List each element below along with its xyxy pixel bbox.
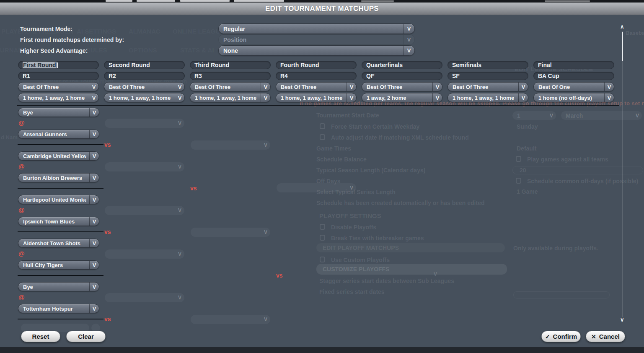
top-text-fragment <box>361 0 394 2</box>
round-name-input[interactable]: Semifinals <box>447 61 528 69</box>
chevron-down-icon: V <box>518 93 528 102</box>
round-name-input[interactable]: Final <box>533 61 614 69</box>
bg-common-off-days-label: Schedule common off-days (if possible) <box>527 178 638 184</box>
round-name-input[interactable]: Third Round <box>190 61 271 69</box>
clear-button[interactable]: Clear <box>66 331 106 342</box>
round-abbr-input[interactable]: SF <box>447 72 528 80</box>
confirm-button[interactable]: ✓Confirm <box>541 331 581 342</box>
scrollbar-thumb[interactable] <box>622 32 623 61</box>
round-games-select[interactable]: 1 away, 2 homeV <box>362 93 442 102</box>
team-select-away[interactable]: Aldershot Town ShotsV <box>18 239 99 248</box>
round-abbr-input[interactable]: BA Cup <box>533 72 614 80</box>
chevron-down-icon: V <box>432 93 442 102</box>
round-series-select[interactable]: Best Of ThreeV <box>447 82 528 91</box>
team-select-home[interactable]: Ipswich Town BluesV <box>18 217 99 226</box>
round-abbr-input[interactable]: R3 <box>190 72 271 80</box>
chevron-down-icon: V <box>89 217 99 226</box>
team-select-away[interactable]: ByeV <box>18 282 99 291</box>
chevron-down-icon: V <box>403 24 414 34</box>
first-round-matchups-label: First round matchups determined by: <box>20 36 124 43</box>
chevron-down-icon: V <box>403 46 414 55</box>
chevron-down-icon: V <box>636 111 639 120</box>
matchup-divider <box>18 231 103 232</box>
bg-game-times-value: Default <box>517 145 536 152</box>
team-select-away[interactable]: Hartlepool United MonkeyV <box>18 195 99 204</box>
top-text-fragment <box>545 0 590 2</box>
chevron-down-icon: V <box>261 83 270 91</box>
bg-tab-options: OPTIONS <box>129 47 157 54</box>
team-select-home[interactable]: Tottenham HotspurV <box>18 304 99 313</box>
chevron-down-icon: V <box>89 83 98 91</box>
bg-baseball-fragment: Baseba <box>626 30 644 36</box>
section-divider <box>17 105 619 106</box>
chevron-down-icon: V <box>175 83 184 91</box>
round-series-select[interactable]: Best Of ThreeV <box>104 82 185 91</box>
team-select-away[interactable]: ByeV <box>18 108 99 117</box>
dialog-title: EDIT TOURNAMENT MATCHUPS <box>0 3 644 15</box>
scrollbar-track[interactable] <box>622 31 623 317</box>
bg-tab-online-league: ONLINE LEAGUE <box>173 28 224 35</box>
bg-checkbox <box>320 235 325 241</box>
round3-slot-faded: V <box>191 140 270 150</box>
round-games-select[interactable]: 1 home, 1 away, 1 homeV <box>104 93 185 102</box>
bg-day-select: 1V <box>512 111 556 120</box>
round-name-input[interactable]: Quarterfinals <box>362 61 442 69</box>
top-text-fragment <box>180 0 230 2</box>
seed-advantage-select[interactable]: NoneV <box>218 45 415 56</box>
round2-slot-faded: V <box>105 249 184 259</box>
cancel-button[interactable]: ✕Cancel <box>586 331 625 342</box>
team-select-home[interactable]: Burton Albion BrewersV <box>18 173 99 182</box>
at-symbol: @ <box>18 163 25 170</box>
bg-tab-ai-settings: AI SETTINGS <box>77 28 116 35</box>
at-symbol: @ <box>18 250 25 257</box>
round-games-select[interactable]: 1 home (no off-days)V <box>533 93 614 102</box>
vs-label: vs <box>104 316 111 322</box>
scroll-up-icon[interactable]: ∧ <box>620 23 624 30</box>
tournament-mode-label: Tournament Mode: <box>20 26 72 32</box>
round4-slot-faded: V <box>277 183 356 192</box>
at-symbol: @ <box>18 293 25 301</box>
chevron-down-icon: V <box>89 239 99 247</box>
chevron-down-icon: V <box>89 108 99 117</box>
round-abbr-input[interactable]: R1 <box>18 72 99 80</box>
round-abbr-input[interactable]: R4 <box>276 72 357 80</box>
bg-weekday-value: Sunday <box>517 123 538 130</box>
team-select-away[interactable]: Cambridge United YellowsV <box>18 151 99 161</box>
round-series-select[interactable]: Best Of ThreeV <box>362 82 442 91</box>
team-select-home[interactable]: Hull City TigersV <box>18 260 99 270</box>
round-series-select[interactable]: Best Of ThreeV <box>276 82 357 91</box>
round-games-select[interactable]: 1 home, 1 away, 1 homeV <box>18 93 99 102</box>
round-series-select[interactable]: Best Of OneV <box>533 82 614 91</box>
round-name-input[interactable]: Second Round <box>104 61 185 69</box>
bg-season-length-label: Typical Season Length (Calendar days) <box>316 167 425 174</box>
scroll-down-icon[interactable]: ∨ <box>620 317 624 323</box>
bg-checkbox <box>516 156 521 162</box>
chevron-down-icon: V <box>550 111 553 120</box>
round-abbr-input[interactable]: QF <box>362 72 442 80</box>
tournament-mode-select[interactable]: RegularV <box>218 23 415 34</box>
matchup-divider <box>18 144 103 145</box>
round-games-select[interactable]: 1 home, 1 away, 1 homeV <box>190 93 271 102</box>
bg-checkbox <box>516 178 521 184</box>
reset-button[interactable]: Reset <box>21 331 60 342</box>
bg-tab-stats-ai: STATS & AI <box>180 47 214 54</box>
bg-break-ties-label: Break Ties with tiebreaker games <box>331 235 424 241</box>
bottom-app-strip <box>0 347 644 353</box>
round-name-input[interactable]: Fourth Round <box>276 61 357 69</box>
chevron-down-icon: V <box>175 93 184 102</box>
chevron-down-icon: V <box>261 93 270 102</box>
round-series-select[interactable]: Best Of ThreeV <box>18 82 99 91</box>
round-games-select[interactable]: 1 home, 1 away, 1 homeV <box>447 93 528 102</box>
round-name-input[interactable]: First Round <box>18 61 99 69</box>
round-games-select[interactable]: 1 home, 1 away, 1 homeV <box>276 93 357 102</box>
team-select-home[interactable]: Arsenal GunnersV <box>18 130 99 139</box>
round-abbr-input[interactable]: R2 <box>104 72 185 80</box>
round2-slot-faded: V <box>105 119 184 128</box>
bg-force-start-label: Force Start on Certain Weekday <box>331 123 419 130</box>
top-text-fragment <box>106 0 132 2</box>
bg-stagger-label: Stagger series start dates between Sub L… <box>319 278 454 284</box>
round-series-select[interactable]: Best Of ThreeV <box>190 82 271 91</box>
chevron-down-icon: V <box>89 195 99 204</box>
first-round-matchups-select: PositionV <box>218 34 415 45</box>
text-caret <box>57 62 58 68</box>
